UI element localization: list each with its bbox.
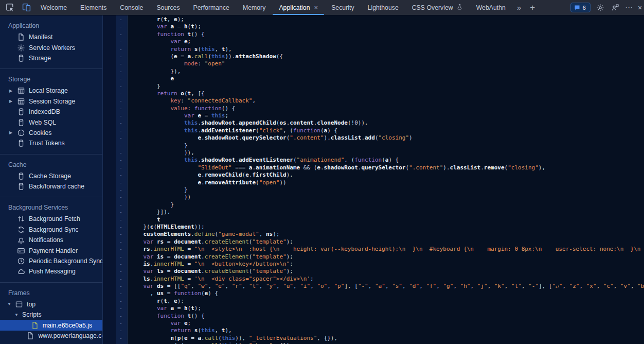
tab-webauthn[interactable]: WebAuthn bbox=[470, 0, 512, 15]
code-line: - , us = function(e) { bbox=[103, 290, 644, 297]
gutter-marker[interactable]: - bbox=[103, 112, 122, 119]
gutter-marker[interactable]: - bbox=[103, 305, 122, 312]
gutter-marker[interactable]: - bbox=[103, 298, 122, 305]
gutter-marker[interactable]: - bbox=[103, 194, 122, 201]
gutter-marker[interactable]: - bbox=[103, 320, 122, 327]
gutter-marker[interactable]: - bbox=[103, 38, 122, 45]
gutter-marker[interactable]: - bbox=[103, 276, 122, 283]
gutter-marker[interactable]: - bbox=[103, 261, 122, 268]
sidebar-item-service-workers[interactable]: Service Workers bbox=[0, 42, 102, 53]
gutter-marker[interactable]: - bbox=[103, 68, 122, 75]
more-options-dots-icon[interactable]: ⋯ bbox=[625, 3, 633, 12]
tab-performance[interactable]: Performance bbox=[187, 0, 236, 15]
sidebar-item-background-fetch[interactable]: Background Fetch bbox=[0, 214, 102, 224]
code-line-text: e.removeChild(e.firstChild), bbox=[130, 171, 293, 178]
sidebar-item-label: www.powerlanguage.co.u bbox=[38, 332, 102, 339]
sidebar-item-www-powerlanguage-co-u[interactable]: www.powerlanguage.co.u bbox=[0, 331, 102, 341]
gutter-marker[interactable]: - bbox=[103, 179, 122, 186]
sidebar-item-back-forward-cache[interactable]: Back/forward cache bbox=[0, 181, 102, 192]
gutter-marker[interactable]: - bbox=[103, 231, 122, 238]
tab-memory[interactable]: Memory bbox=[236, 0, 272, 15]
gutter-marker[interactable]: - bbox=[103, 209, 122, 216]
gutter-marker[interactable]: - bbox=[103, 268, 122, 275]
tab-label: Elements bbox=[80, 4, 106, 11]
gutter-marker[interactable]: - bbox=[103, 157, 122, 164]
gutter-marker[interactable]: - bbox=[103, 134, 122, 142]
gutter-marker[interactable]: - bbox=[103, 149, 122, 157]
gutter-marker[interactable]: - bbox=[103, 46, 122, 53]
sidebar-item-cookies[interactable]: ▶Cookies bbox=[0, 128, 102, 138]
sidebar-item-push-messaging[interactable]: Push Messaging bbox=[0, 266, 102, 277]
gutter-marker[interactable]: - bbox=[103, 164, 122, 171]
tab-css-overview[interactable]: CSS Overview bbox=[405, 0, 470, 15]
tab-sources[interactable]: Sources bbox=[150, 0, 186, 15]
more-tabs-chevron-icon[interactable]: » bbox=[512, 0, 526, 15]
expanded-arrow-icon[interactable]: ▼ bbox=[14, 313, 22, 317]
gutter-marker[interactable]: - bbox=[103, 23, 122, 30]
sidebar-item-storage[interactable]: Storage bbox=[0, 53, 102, 63]
collapsed-arrow-icon[interactable]: ▶ bbox=[9, 130, 17, 135]
gutter-marker[interactable]: - bbox=[103, 16, 122, 23]
settings-gear-icon[interactable] bbox=[595, 3, 605, 13]
expanded-arrow-icon[interactable]: ▼ bbox=[7, 302, 15, 306]
sidebar-item-background-sync[interactable]: Background Sync bbox=[0, 225, 102, 235]
gutter-marker[interactable]: - bbox=[103, 83, 122, 90]
gutter-marker[interactable]: - bbox=[103, 327, 122, 334]
collapsed-arrow-icon[interactable]: ▶ bbox=[9, 99, 17, 104]
tab-elements[interactable]: Elements bbox=[74, 0, 113, 15]
gutter-marker[interactable]: - bbox=[103, 119, 122, 127]
feedback-person-icon[interactable] bbox=[610, 3, 620, 13]
gutter-marker[interactable]: - bbox=[103, 335, 122, 342]
sidebar-item-main-e65ce0a5-js[interactable]: main.e65ce0a5.js bbox=[0, 320, 102, 330]
gutter-marker[interactable]: - bbox=[103, 53, 122, 60]
sidebar-item-web-sql[interactable]: Web SQL bbox=[0, 117, 102, 127]
gutter-marker[interactable]: - bbox=[103, 105, 122, 112]
gutter-marker[interactable]: - bbox=[103, 142, 122, 149]
gutter-marker[interactable]: - bbox=[103, 253, 122, 261]
tab-security[interactable]: Security bbox=[325, 0, 361, 15]
issues-badge[interactable]: 6 bbox=[570, 3, 591, 12]
close-devtools-icon[interactable]: × bbox=[638, 4, 643, 12]
gutter-marker[interactable]: - bbox=[103, 238, 122, 246]
gutter-marker[interactable]: - bbox=[103, 342, 122, 344]
gutter-marker[interactable]: - bbox=[103, 171, 122, 179]
gutter-marker[interactable]: - bbox=[103, 97, 122, 105]
sidebar-item-top[interactable]: ▼top bbox=[0, 299, 102, 309]
gutter-marker[interactable]: - bbox=[103, 186, 122, 194]
code-line-text: (e = a.call(this)).attachShadow({ bbox=[130, 53, 283, 60]
gutter-marker[interactable]: - bbox=[103, 283, 122, 290]
gutter-marker[interactable]: - bbox=[103, 90, 122, 97]
sidebar-item-periodic-background-sync[interactable]: Periodic Background Sync bbox=[0, 256, 102, 266]
gutter-marker[interactable]: - bbox=[103, 313, 122, 320]
sidebar-item-payment-handler[interactable]: Payment Handler bbox=[0, 245, 102, 255]
sidebar-item-local-storage[interactable]: ▶Local Storage bbox=[0, 85, 102, 96]
sidebar-item-notifications[interactable]: Notifications bbox=[0, 235, 102, 245]
gutter-marker[interactable]: - bbox=[103, 60, 122, 67]
gutter-marker[interactable]: - bbox=[103, 223, 122, 231]
gutter-marker[interactable]: - bbox=[103, 127, 122, 134]
inspect-element-icon[interactable] bbox=[5, 3, 14, 12]
code-line-text: } bbox=[130, 83, 160, 90]
gutter-marker[interactable]: - bbox=[103, 246, 122, 253]
device-toolbar-icon[interactable] bbox=[22, 3, 31, 12]
tab-welcome[interactable]: Welcome bbox=[34, 0, 74, 15]
close-tab-icon[interactable]: × bbox=[314, 4, 318, 11]
tab-lighthouse[interactable]: Lighthouse bbox=[361, 0, 405, 15]
sidebar-item-cache-storage[interactable]: Cache Storage bbox=[0, 171, 102, 181]
gutter-marker[interactable]: - bbox=[103, 75, 122, 82]
gutter-marker[interactable]: - bbox=[103, 290, 122, 297]
gutter-marker[interactable]: - bbox=[103, 31, 122, 38]
sidebar-item-scripts[interactable]: ▼Scripts bbox=[0, 309, 102, 320]
sidebar-item-manifest[interactable]: Manifest bbox=[0, 32, 102, 42]
new-tab-plus-icon[interactable]: + bbox=[526, 0, 539, 15]
sidebar-item-session-storage[interactable]: ▶Session Storage bbox=[0, 96, 102, 107]
gutter-marker[interactable]: - bbox=[103, 216, 122, 223]
tab-console[interactable]: Console bbox=[113, 0, 150, 15]
sidebar-item-indexeddb[interactable]: IndexedDB bbox=[0, 107, 102, 117]
gutter-marker[interactable]: - bbox=[103, 201, 122, 209]
tab-application[interactable]: Application× bbox=[272, 0, 325, 15]
tab-label: Performance bbox=[193, 4, 229, 11]
sidebar-item-trust-tokens[interactable]: Trust Tokens bbox=[0, 138, 102, 148]
source-viewer[interactable]: - r(t, e);- var a = h(t);- function t() … bbox=[103, 15, 644, 344]
collapsed-arrow-icon[interactable]: ▶ bbox=[9, 89, 17, 93]
